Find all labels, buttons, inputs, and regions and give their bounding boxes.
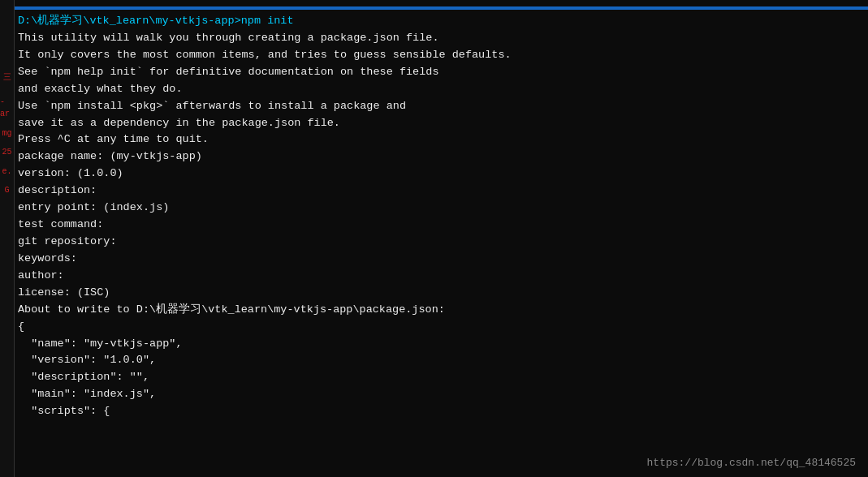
terminal-window: 三 -ar mg 25 e. G D:\机器学习\vtk_learn\my-vt… — [0, 0, 868, 477]
terminal-line: Use `npm install <pkg>` afterwards to in… — [18, 98, 860, 115]
terminal-line: See `npm help init` for definitive docum… — [18, 64, 860, 81]
terminal-line: It only covers the most common items, an… — [18, 47, 860, 64]
terminal-line: Press ^C at any time to quit. — [18, 131, 860, 148]
terminal-line: { — [18, 319, 860, 336]
terminal-line: This utility will walk you through creat… — [18, 30, 860, 47]
sidebar-char-6: G — [4, 184, 9, 197]
sidebar-char-5: e. — [2, 165, 11, 178]
left-sidebar: 三 -ar mg 25 e. G — [0, 0, 15, 477]
terminal-line: keywords: — [18, 251, 860, 268]
terminal-line: entry point: (index.js) — [18, 200, 860, 217]
terminal-line: author: — [18, 268, 860, 285]
terminal-line: "name": "my-vtkjs-app", — [18, 336, 860, 353]
sidebar-char-2: -ar — [0, 96, 14, 121]
sidebar-char-1: 三 — [3, 71, 11, 84]
terminal-line: license: (ISC) — [18, 285, 860, 302]
sidebar-char-4: 25 — [2, 146, 11, 159]
terminal-line: and exactly what they do. — [18, 81, 860, 98]
terminal-line: save it as a dependency in the package.j… — [18, 115, 860, 132]
sidebar-char-3: mg — [2, 127, 11, 140]
terminal-line: version: (1.0.0) — [18, 165, 860, 183]
terminal-line: package name: (my-vtkjs-app) — [18, 148, 860, 165]
terminal-output: D:\机器学习\vtk_learn\my-vtkjs-app>npm initT… — [0, 10, 868, 420]
terminal-line: "version": "1.0.0", — [18, 352, 860, 369]
watermark: https://blog.csdn.net/qq_48146525 — [647, 457, 856, 469]
terminal-line: "scripts": { — [18, 403, 860, 420]
terminal-line: "main": "index.js", — [18, 386, 860, 403]
terminal-line: description: — [18, 183, 860, 200]
terminal-line: "description": "", — [18, 369, 860, 386]
terminal-line: About to write to D:\机器学习\vtk_learn\my-v… — [18, 302, 860, 319]
terminal-line: test command: — [18, 217, 860, 234]
terminal-line: D:\机器学习\vtk_learn\my-vtkjs-app>npm init — [18, 13, 860, 30]
terminal-line: git repository: — [18, 234, 860, 251]
